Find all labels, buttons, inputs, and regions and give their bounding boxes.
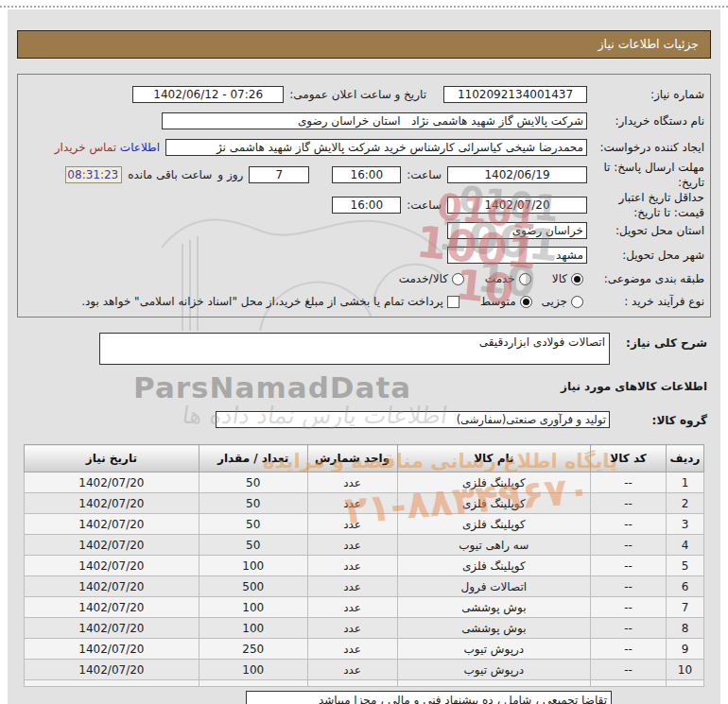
buyer-contact-link-word2[interactable]: تماس خریدار [55, 141, 116, 154]
row-price-validity: حداقل تاریخ اعتبار قیمت: تا تاریخ: 1402/… [24, 190, 704, 220]
deadline-hour-label: ساعت: [407, 168, 442, 181]
table-cell: بوش پوششی [397, 618, 591, 639]
process-type-label: نوع فرآیند خرید : [593, 295, 704, 308]
table-cell: کوپلینگ فلزی [397, 556, 591, 576]
category-label: طبقه بندی موضوعی: [593, 272, 704, 285]
main-panel: 0101 1001 10 0101 1001 10 ParsNamadData … [8, 9, 720, 704]
table-cell: -- [591, 556, 667, 576]
table-row: 9--درپوش تیوبعدد2501402/07/20 [25, 639, 704, 660]
table-cell: 100 [199, 556, 307, 576]
table-cell: سه راهی تیوب [397, 535, 591, 556]
category-option-goods[interactable]: کالا [552, 272, 583, 285]
table-cell: 10 [667, 660, 704, 680]
category-option-goods-service[interactable]: کالا/خدمت [399, 272, 464, 285]
table-cell: 1402/07/20 [25, 660, 199, 680]
validity-time-field[interactable]: 16:00 [332, 197, 401, 214]
province-label: استان محل تحویل: [593, 224, 704, 237]
buyer-org-label: نام دستگاه خریدار: [593, 114, 704, 128]
table-row: 7--بوش پوششیعدد1001402/07/20 [25, 597, 704, 618]
price-validity-label: حداقل تاریخ اعتبار قیمت: تا تاریخ: [593, 190, 704, 220]
treasury-checkbox[interactable] [447, 296, 459, 308]
table-cell: عدد [307, 535, 397, 556]
watermark-brand: ParsNamadData [133, 370, 411, 404]
validity-hour-label: ساعت: [407, 198, 442, 212]
countdown-timer: 08:31:23 [65, 166, 122, 183]
table-row: 8--بوش پوششیعدد1001402/07/20 [25, 618, 704, 639]
need-number-label: شماره نیاز: [593, 88, 704, 101]
top-dotted-divider [0, 6, 728, 8]
table-row: 3--کوپلینگ فلزیعدد501402/07/20 [25, 514, 704, 535]
need-info-form: شماره نیاز: 1102092134001437 تاریخ و ساع… [17, 74, 711, 318]
col-unit: واحد شمارش [307, 445, 397, 472]
buyer-contact-link-word1[interactable]: اطلاعات [120, 141, 160, 154]
days-remaining-field[interactable]: 7 [249, 166, 309, 183]
row-creator: ایجاد کننده درخواست: محمدرضا شیخی کیاسرا… [24, 139, 704, 156]
row-process-type: نوع فرآیند خرید : جزیی متوسط پرداخت تمام… [24, 295, 704, 308]
table-cell: 5 [667, 556, 704, 576]
buyer-org-field[interactable]: شرکت پالایش گاز شهید هاشمی نژاد استان خر… [162, 112, 587, 129]
radio-goods-service[interactable] [452, 273, 464, 285]
aggregate-note-field[interactable]: تقاضا تجمیعی ، شامل ، ده پیشنهاد فنی و م… [246, 691, 612, 704]
table-row: 2--کوپلینگ فلزیعدد501402/07/20 [25, 493, 704, 514]
table-cell: کوپلینگ فلزی [397, 493, 591, 514]
deadline-date-field[interactable]: 1402/06/19 [447, 166, 587, 183]
category-option-service[interactable]: خدمت [485, 272, 531, 285]
table-cell: 7 [667, 597, 704, 618]
radio-minor[interactable] [571, 296, 583, 308]
table-row: 5--کوپلینگ فلزیعدد1001402/07/20 [25, 556, 704, 576]
process-option-minor[interactable]: جزیی [542, 295, 583, 308]
table-cell: درپوش تیوب [397, 639, 591, 660]
table-cell: 1402/07/20 [25, 472, 199, 493]
city-field[interactable]: مشهد [447, 247, 587, 264]
col-item-name: نام کالا [397, 445, 591, 472]
creator-field[interactable]: محمدرضا شیخی کیاسرائی کارشناس خرید شرکت … [165, 139, 587, 156]
table-cell: 1402/07/20 [25, 576, 199, 597]
table-cell: عدد [307, 597, 397, 618]
description-label: شرح کلی نیاز: [626, 336, 707, 350]
description-field[interactable]: اتصالات فولادی ابزاردقیقی [99, 333, 610, 365]
table-cell: 100 [199, 660, 307, 680]
table-cell: 1402/07/20 [25, 597, 199, 618]
radio-medium[interactable] [520, 296, 532, 308]
table-cell: 1402/07/20 [25, 639, 199, 660]
page-title: جزئیات اطلاعات نیاز [17, 30, 711, 59]
buyer-contact-link[interactable]: اطلاعات تماس خریدار [55, 141, 160, 154]
table-cell: 4 [667, 535, 704, 556]
table-cell: -- [591, 535, 667, 556]
table-cell: کوپلینگ فلزی [397, 472, 591, 493]
table-cell: عدد [307, 618, 397, 639]
table-cell: عدد [307, 639, 397, 660]
table-cell: -- [591, 493, 667, 514]
validity-date-field[interactable]: 1402/07/20 [447, 197, 587, 214]
deadline-time-field[interactable]: 16:00 [332, 166, 401, 183]
goods-section-heading: اطلاعات کالاهای مورد نیاز [561, 380, 707, 393]
radio-service[interactable] [519, 273, 531, 285]
table-cell: 1402/07/20 [25, 493, 199, 514]
table-cell: 9 [667, 639, 704, 660]
goods-group-field[interactable]: تولید و فرآوری صنعتی(سفارشی) [216, 411, 610, 428]
treasury-option[interactable]: پرداخت تمام یا بخشی از مبلغ خرید،از محل … [81, 295, 459, 308]
table-cell: بوش پوششی [397, 597, 591, 618]
goods-table-header: ردیف کد کالا نام کالا واحد شمارش تعداد /… [25, 445, 704, 472]
row-buyer-org: نام دستگاه خریدار: شرکت پالایش گاز شهید … [24, 112, 704, 129]
radio-goods[interactable] [571, 273, 583, 285]
announce-datetime-field[interactable]: 07:26 - 1402/06/12 [132, 86, 284, 103]
row-province: استان محل تحویل: خراسان رضوی [24, 222, 704, 239]
province-field[interactable]: خراسان رضوی [447, 222, 587, 239]
table-cell: -- [591, 576, 667, 597]
table-cell: 250 [199, 639, 307, 660]
table-cell: 50 [199, 472, 307, 493]
announce-label: تاریخ و ساعت اعلان عمومی: [289, 88, 426, 101]
table-row: 1--کوپلینگ فلزیعدد501402/07/20 [25, 472, 704, 493]
deadline-label: مهلت ارسال پاسخ: تا تاریخ: [593, 160, 704, 190]
table-cell: 100 [199, 597, 307, 618]
table-cell: 50 [199, 535, 307, 556]
table-cell: عدد [307, 660, 397, 680]
col-quantity: تعداد / مقدار [199, 445, 307, 472]
need-number-field[interactable]: 1102092134001437 [443, 86, 587, 103]
goods-group-label: گروه کالا: [652, 414, 707, 427]
process-option-medium[interactable]: متوسط [480, 295, 532, 308]
table-row: 4--سه راهی تیوبعدد501402/07/20 [25, 535, 704, 556]
table-cell: عدد [307, 514, 397, 535]
row-city: شهر محل تحویل: مشهد [24, 247, 704, 264]
